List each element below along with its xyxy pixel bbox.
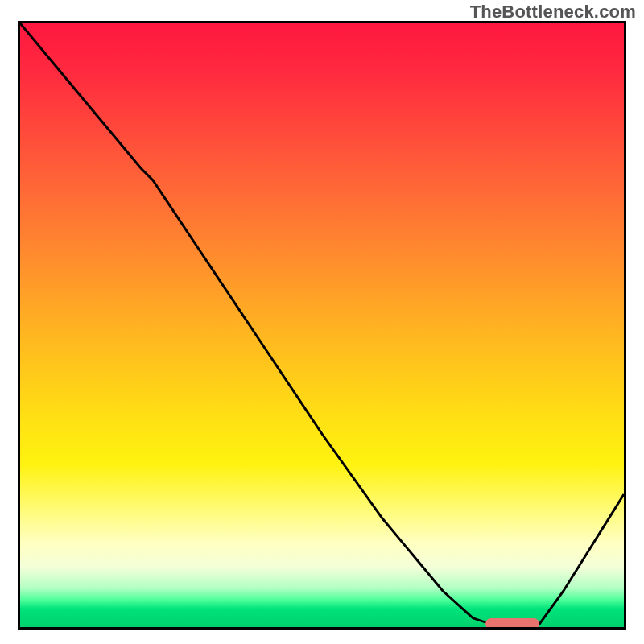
optimal-range-marker [485,618,540,630]
bottleneck-curve [20,23,624,627]
chart-stage: TheBottleneck.com [0,0,644,644]
watermark-text: TheBottleneck.com [470,2,636,23]
curve-path [20,23,624,624]
plot-frame [18,21,626,630]
